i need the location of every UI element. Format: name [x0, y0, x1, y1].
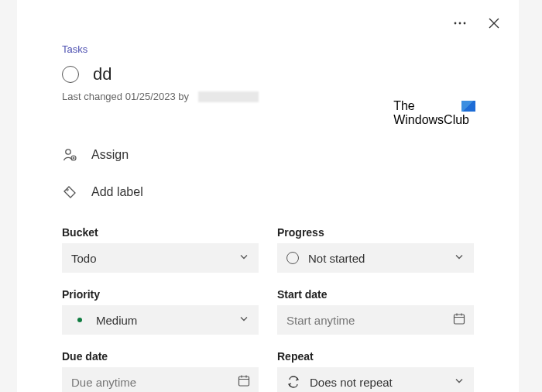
priority-label: Priority — [62, 288, 259, 301]
chevron-down-icon — [238, 314, 249, 327]
author-redacted — [198, 91, 259, 102]
repeat-label: Repeat — [277, 350, 474, 363]
svg-point-0 — [455, 22, 457, 25]
svg-point-1 — [459, 22, 461, 25]
priority-value: Medium — [96, 314, 137, 327]
backdrop-left — [0, 0, 17, 392]
tag-icon — [62, 184, 77, 200]
meta-text: Last changed 01/25/2023 by — [62, 91, 189, 102]
repeat-icon — [286, 375, 300, 389]
add-label-text: Add label — [91, 185, 143, 199]
due-date-field: Due date Due anytime — [62, 342, 259, 392]
svg-point-3 — [66, 150, 70, 154]
start-date-input[interactable]: Start anytime — [277, 305, 474, 335]
watermark-line1: The — [393, 99, 469, 113]
watermark: The WindowsClub — [393, 99, 469, 126]
chevron-down-icon — [454, 376, 465, 389]
complete-task-checkbox[interactable] — [62, 66, 79, 83]
watermark-line2: WindowsClub — [393, 113, 469, 127]
svg-rect-6 — [455, 315, 465, 324]
calendar-icon — [237, 374, 251, 390]
ellipsis-icon — [452, 15, 468, 31]
chevron-down-icon — [238, 252, 249, 265]
start-date-placeholder: Start anytime — [286, 314, 355, 327]
bucket-label: Bucket — [62, 226, 259, 239]
progress-field: Progress Not started — [277, 218, 474, 273]
backdrop-right — [519, 0, 542, 392]
action-rows: Assign Add label — [62, 136, 474, 211]
not-started-circle-icon — [286, 252, 299, 264]
start-date-label: Start date — [277, 288, 474, 301]
windows-flag-icon — [461, 101, 475, 112]
close-button[interactable] — [483, 12, 505, 34]
close-icon — [487, 16, 501, 30]
bucket-select[interactable]: Todo — [62, 243, 259, 273]
bucket-field: Bucket Todo — [62, 218, 259, 273]
bucket-value: Todo — [71, 252, 97, 265]
svg-rect-7 — [239, 377, 249, 386]
calendar-icon — [452, 312, 466, 328]
progress-select[interactable]: Not started — [277, 243, 474, 273]
assign-label: Assign — [91, 148, 129, 162]
progress-value: Not started — [308, 252, 365, 265]
fields-grid: Bucket Todo Progress Not started Priorit… — [62, 218, 474, 392]
repeat-select[interactable]: Does not repeat — [277, 367, 474, 392]
repeat-field: Repeat Does not repeat — [277, 342, 474, 392]
title-row: dd — [62, 64, 474, 84]
svg-point-5 — [67, 189, 68, 191]
task-detail-panel: Tasks dd Last changed 01/25/2023 by The … — [17, 0, 519, 392]
due-date-input[interactable]: Due anytime — [62, 367, 259, 392]
due-date-placeholder: Due anytime — [71, 376, 136, 389]
chevron-down-icon — [454, 252, 465, 265]
breadcrumb[interactable]: Tasks — [62, 0, 474, 55]
priority-select[interactable]: Medium — [62, 305, 259, 335]
assign-button[interactable]: Assign — [62, 136, 474, 174]
task-title[interactable]: dd — [93, 64, 111, 84]
svg-point-2 — [464, 22, 466, 25]
assign-person-icon — [62, 147, 77, 163]
topbar — [449, 12, 505, 34]
repeat-value: Does not repeat — [310, 376, 393, 389]
start-date-field: Start date Start anytime — [277, 280, 474, 335]
add-label-button[interactable]: Add label — [62, 174, 474, 211]
progress-label: Progress — [277, 226, 474, 239]
priority-field: Priority Medium — [62, 280, 259, 335]
priority-medium-dot-icon — [77, 318, 82, 322]
more-options-button[interactable] — [449, 12, 471, 34]
due-date-label: Due date — [62, 350, 259, 363]
